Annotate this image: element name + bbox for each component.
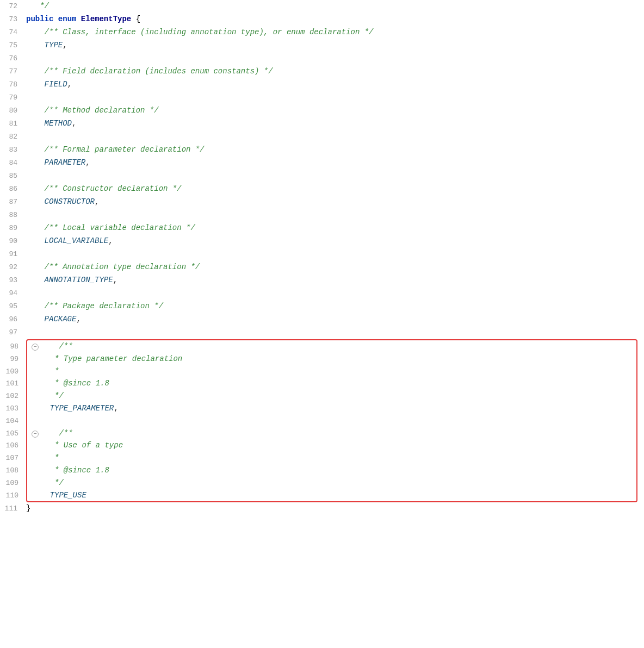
line-content bbox=[26, 170, 640, 182]
line-number: 105 bbox=[5, 428, 27, 440]
code-line-98: 98 − /** bbox=[27, 340, 636, 353]
line-number: 76 bbox=[4, 53, 26, 65]
code-line-110: 110 TYPE_USE bbox=[27, 489, 636, 502]
line-number: 89 bbox=[4, 223, 26, 234]
code-line-96: 96 PACKAGE, bbox=[0, 313, 644, 326]
line-number: 107 bbox=[5, 453, 27, 464]
code-line-103: 103 TYPE_PARAMETER, bbox=[27, 402, 636, 415]
line-content: TYPE_PARAMETER, bbox=[32, 402, 610, 414]
line-number: 77 bbox=[4, 66, 26, 78]
line-number: 84 bbox=[4, 158, 26, 169]
line-content: PARAMETER, bbox=[26, 157, 640, 169]
line-content: /** bbox=[41, 340, 610, 352]
line-content bbox=[26, 248, 640, 260]
code-line-74: 74 /** Class, interface (including annot… bbox=[0, 26, 644, 39]
line-content: /** Local variable declaration */ bbox=[26, 222, 640, 234]
line-number: 96 bbox=[4, 314, 26, 326]
line-number: 91 bbox=[4, 249, 26, 260]
line-content: /** Annotation type declaration */ bbox=[26, 261, 640, 273]
code-line-93: 93 ANNOTATION_TYPE, bbox=[0, 274, 644, 287]
line-number: 93 bbox=[4, 275, 26, 286]
line-number: 94 bbox=[4, 288, 26, 300]
code-line-84: 84 PARAMETER, bbox=[0, 157, 644, 170]
line-content: */ bbox=[32, 390, 610, 402]
collapse-icon-105[interactable]: − bbox=[32, 427, 39, 439]
line-number: 98 bbox=[5, 341, 27, 353]
line-number: 82 bbox=[4, 132, 26, 143]
code-line-94: 94 bbox=[0, 287, 644, 300]
code-line-95: 95 /** Package declaration */ bbox=[0, 300, 644, 313]
code-line-80: 80 /** Method declaration */ bbox=[0, 104, 644, 117]
line-number: 81 bbox=[4, 119, 26, 130]
line-number: 80 bbox=[4, 105, 26, 117]
line-number: 111 bbox=[4, 503, 26, 515]
line-number: 95 bbox=[4, 301, 26, 313]
code-line-73: 73 public enum ElementType { bbox=[0, 13, 644, 26]
code-line-89: 89 /** Local variable declaration */ bbox=[0, 222, 644, 235]
line-content bbox=[32, 415, 610, 427]
line-content: PACKAGE, bbox=[26, 313, 640, 325]
code-line-75: 75 TYPE, bbox=[0, 39, 644, 52]
line-content: */ bbox=[26, 0, 640, 12]
code-line-102: 102 */ bbox=[27, 390, 636, 402]
line-content bbox=[26, 287, 640, 299]
code-line-86: 86 /** Constructor declaration */ bbox=[0, 183, 644, 196]
collapse-icon-98[interactable]: − bbox=[32, 340, 39, 352]
line-content: /** Field declaration (includes enum con… bbox=[26, 65, 640, 77]
line-number: 108 bbox=[5, 465, 27, 477]
line-content: /** Class, interface (including annotati… bbox=[26, 26, 640, 38]
line-content: * bbox=[32, 365, 610, 377]
line-content: TYPE, bbox=[26, 39, 640, 51]
line-content bbox=[26, 91, 640, 103]
line-content: METHOD, bbox=[26, 117, 640, 129]
line-content: /** Constructor declaration */ bbox=[26, 183, 640, 195]
line-number: 110 bbox=[5, 490, 27, 502]
code-line-77: 77 /** Field declaration (includes enum … bbox=[0, 65, 644, 78]
line-number: 86 bbox=[4, 184, 26, 195]
line-content: CONSTRUCTOR, bbox=[26, 196, 640, 208]
line-number: 99 bbox=[5, 354, 27, 365]
code-line-81: 81 METHOD, bbox=[0, 117, 644, 130]
code-line-106: 106 * Use of a type bbox=[27, 439, 636, 452]
line-number: 75 bbox=[4, 40, 26, 52]
line-content: TYPE_USE bbox=[32, 489, 610, 501]
code-line-79: 79 bbox=[0, 91, 644, 104]
line-content: * @since 1.8 bbox=[32, 377, 610, 389]
code-line-92: 92 /** Annotation type declaration */ bbox=[0, 261, 644, 274]
code-line-99: 99 * Type parameter declaration bbox=[27, 353, 636, 365]
line-content: * @since 1.8 bbox=[32, 464, 610, 476]
line-content: */ bbox=[32, 477, 610, 489]
line-content bbox=[26, 209, 640, 221]
line-number: 104 bbox=[5, 416, 27, 427]
line-number: 97 bbox=[4, 327, 26, 339]
code-line-88: 88 bbox=[0, 209, 644, 222]
line-content: /** bbox=[41, 427, 610, 439]
code-line-91: 91 bbox=[0, 248, 644, 261]
line-content: ANNOTATION_TYPE, bbox=[26, 274, 640, 286]
line-content: * bbox=[32, 452, 610, 464]
line-content: } bbox=[26, 502, 640, 514]
code-line-72: 72 */ bbox=[0, 0, 644, 13]
code-line-105: 105 − /** bbox=[27, 427, 636, 440]
line-content bbox=[26, 326, 640, 338]
code-line-82: 82 bbox=[0, 130, 644, 144]
code-line-76: 76 bbox=[0, 52, 644, 65]
code-line-97: 97 bbox=[0, 326, 644, 339]
line-content: * Type parameter declaration bbox=[32, 353, 610, 365]
line-number: 103 bbox=[5, 403, 27, 415]
code-line-100: 100 * bbox=[27, 365, 636, 378]
code-line-107: 107 * bbox=[27, 452, 636, 464]
line-content: /** Formal parameter declaration */ bbox=[26, 144, 640, 155]
line-content: FIELD, bbox=[26, 78, 640, 90]
line-number: 85 bbox=[4, 171, 26, 182]
line-content bbox=[26, 52, 640, 64]
line-content: /** Method declaration */ bbox=[26, 104, 640, 116]
line-content: public enum ElementType { bbox=[26, 13, 640, 25]
code-line-85: 85 bbox=[0, 170, 644, 183]
code-line-108: 108 * @since 1.8 bbox=[27, 464, 636, 477]
line-number: 90 bbox=[4, 236, 26, 247]
code-line-104: 104 bbox=[27, 415, 636, 427]
line-number: 106 bbox=[5, 440, 27, 452]
line-number: 100 bbox=[5, 366, 27, 378]
line-number: 73 bbox=[4, 14, 26, 26]
